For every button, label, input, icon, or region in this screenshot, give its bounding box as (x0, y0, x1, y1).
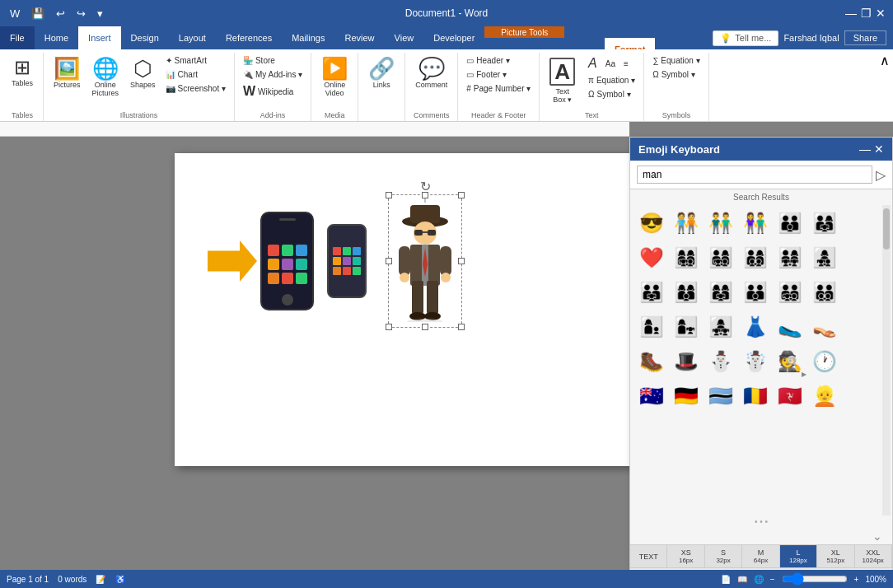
minimize-button[interactable]: — (845, 7, 857, 19)
emoji-cell[interactable]: 🥿 (774, 310, 807, 343)
handle-tm[interactable] (422, 192, 428, 198)
emoji-cell[interactable]: 👫 (739, 207, 772, 240)
emoji-cell[interactable]: 🧑‍🤝‍🧑 (670, 207, 703, 240)
emoji-cell[interactable]: 👨‍👩‍👦‍👦 (739, 241, 772, 274)
zoom-slider[interactable] (782, 572, 848, 586)
tab-file[interactable]: File (0, 26, 35, 49)
wikipedia-button[interactable]: W Wikipedia (240, 82, 306, 100)
emoji-cell[interactable]: 😎 (635, 207, 668, 240)
emoji-panel-minimize-button[interactable]: — (859, 142, 871, 156)
tell-me-box[interactable]: 💡 Tell me... (713, 30, 778, 46)
equation2-button[interactable]: ∑ Equation ▾ (649, 54, 703, 67)
handle-mr[interactable] (458, 258, 465, 264)
screenshot-button[interactable]: 📷 Screenshot ▾ (162, 82, 229, 95)
tab-home[interactable]: Home (35, 26, 78, 49)
emoji-scroll-down[interactable]: ⌄ (630, 528, 892, 544)
tab-developer[interactable]: Developer (423, 26, 484, 49)
restore-button[interactable]: ❐ (860, 7, 872, 19)
tab-design[interactable]: Design (121, 26, 169, 49)
rotation-handle[interactable]: ↻ (420, 179, 431, 203)
tab-view[interactable]: View (385, 26, 424, 49)
symbol2-button[interactable]: Ω Symbol ▾ (649, 68, 703, 81)
emoji-cell[interactable]: ⛄ (704, 345, 737, 378)
emoji-cell[interactable]: 👩‍👩‍👧 (704, 276, 737, 309)
tab-insert[interactable]: Insert (78, 26, 121, 49)
emoji-cell[interactable]: 👨‍👨‍👦‍👦 (808, 276, 841, 309)
pictures-button[interactable]: 🖼️ Pictures (49, 54, 86, 92)
handle-bm[interactable] (422, 324, 428, 330)
emoji-cell[interactable]: 👡 (808, 310, 841, 343)
footer-button[interactable]: ▭ Footer ▾ (463, 68, 534, 81)
shapes-button[interactable]: ⬡ Shapes (125, 54, 161, 92)
emoji-cell[interactable]: 🕐 (808, 345, 841, 378)
emoji-cell[interactable]: 👩‍👩‍👧‍👦 (670, 241, 703, 274)
tab-mailings[interactable]: Mailings (282, 26, 334, 49)
text-box-button[interactable]: A TextBox ▾ (545, 54, 580, 107)
word-icon[interactable]: W (7, 6, 23, 21)
chart-button[interactable]: 📊 Chart (162, 68, 229, 81)
emoji-cell[interactable]: 👬 (704, 207, 737, 240)
emoji-cell[interactable]: 👨‍👩‍👧 (808, 207, 841, 240)
emoji-cell[interactable]: 🥾 (635, 345, 668, 378)
emoji-cell[interactable]: 👩‍👦 (635, 310, 668, 343)
zoom-out-button[interactable]: − (770, 575, 775, 584)
handle-tr[interactable] (458, 192, 465, 198)
share-button[interactable]: Share (844, 30, 886, 45)
table-button[interactable]: ⊞ Tables (7, 54, 38, 91)
emoji-cell[interactable]: 👨‍👨‍👧 (635, 276, 668, 309)
emoji-search-expand[interactable]: ▷ (876, 167, 886, 183)
smartart-button[interactable]: ✦ SmartArt (162, 54, 229, 67)
tab-layout[interactable]: Layout (169, 26, 216, 49)
zoom-in-button[interactable]: + (854, 575, 859, 584)
page-number-button[interactable]: # Page Number ▾ (463, 82, 534, 95)
accessibility-icon[interactable]: ♿ (115, 575, 125, 584)
size-xs-button[interactable]: XS 16px (667, 545, 704, 567)
close-button[interactable]: ✕ (875, 7, 886, 19)
links-button[interactable]: 🔗 Links (363, 54, 400, 92)
emoji-cell[interactable]: 🇩🇪 (670, 380, 703, 413)
emoji-cell[interactable]: 👨‍👩‍👧‍👧 (774, 241, 807, 274)
emoji-cell[interactable]: 👱 (808, 380, 841, 413)
size-xl-button[interactable]: XL 512px (817, 545, 854, 567)
emoji-cell[interactable]: ☃️ (739, 345, 772, 378)
online-pictures-button[interactable]: 🌐 OnlinePictures (87, 54, 124, 100)
emoji-search-input[interactable] (637, 166, 872, 184)
customize-quick-access[interactable]: ▾ (94, 6, 106, 21)
size-l-button[interactable]: L 128px (780, 545, 817, 567)
size-m-button[interactable]: M 64px (742, 545, 779, 567)
signature-button[interactable]: ≡ (620, 54, 632, 72)
save-button[interactable]: 💾 (28, 6, 48, 21)
emoji-cell[interactable]: 🕵️▶ (774, 345, 807, 378)
handle-bl[interactable] (386, 324, 392, 330)
view-reading-icon[interactable]: 📖 (737, 575, 747, 584)
my-addins-button[interactable]: 🔌 My Add-ins ▾ (240, 68, 306, 81)
online-video-button[interactable]: ▶️ OnlineVideo (316, 54, 353, 100)
view-web-icon[interactable]: 🌐 (754, 575, 764, 584)
emoji-cell[interactable]: 👨‍👨‍👦 (739, 276, 772, 309)
emoji-scrollbar[interactable] (882, 205, 891, 516)
emoji-cell[interactable]: 🇧🇼 (704, 380, 737, 413)
equation-button[interactable]: π Equation ▾ (585, 74, 638, 86)
tab-review[interactable]: Review (335, 26, 385, 49)
size-xxl-button[interactable]: XXL 1024px (855, 545, 892, 567)
comment-button[interactable]: 💬 Comment (410, 54, 452, 92)
emoji-cell[interactable]: ❤️ (635, 241, 668, 274)
tab-references[interactable]: References (216, 26, 282, 49)
emoji-cell[interactable]: 🇦🇺 (635, 380, 668, 413)
undo-button[interactable]: ↩ (53, 6, 68, 21)
emoji-cell[interactable]: 🇷🇴 (739, 380, 772, 413)
emoji-cell[interactable]: 👨‍👩‍👧‍👦 (704, 241, 737, 274)
emoji-cell[interactable]: 👩‍👧 (670, 310, 703, 343)
dropcap-button[interactable]: Aa (602, 54, 619, 72)
store-button[interactable]: 🏪 Store (240, 54, 306, 67)
emoji-cell[interactable]: 👨‍👨‍👧‍👦 (774, 276, 807, 309)
emoji-cell[interactable]: 👩‍👧‍👦 (808, 241, 841, 274)
redo-button[interactable]: ↪ (73, 6, 89, 21)
wordart-button[interactable]: A (585, 54, 601, 72)
man-figure-container[interactable]: ↻ (388, 194, 462, 328)
emoji-cell[interactable]: 👪 (774, 207, 807, 240)
symbol-button[interactable]: Ω Symbol ▾ (585, 88, 638, 100)
emoji-scrollbar-thumb[interactable] (883, 208, 890, 250)
emoji-cell[interactable]: 👩‍👧‍👧 (704, 310, 737, 343)
handle-ml[interactable] (386, 258, 392, 264)
